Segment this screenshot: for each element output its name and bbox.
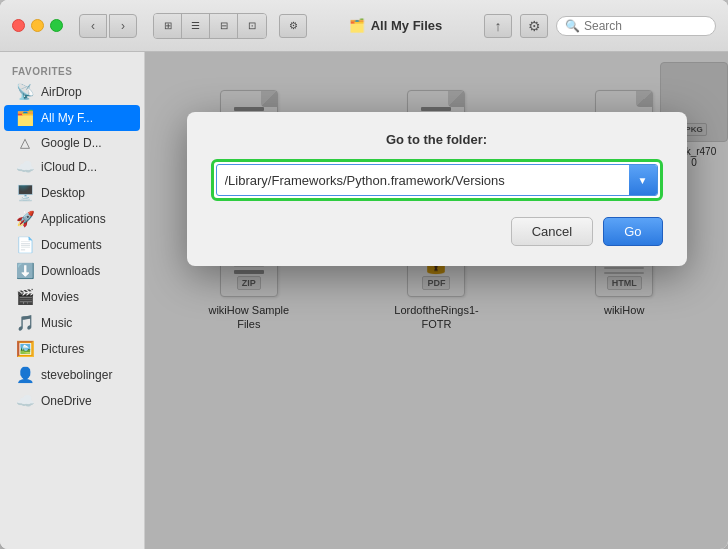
sidebar-item-label: Music	[41, 316, 72, 330]
dialog-title: Go to the folder:	[211, 132, 663, 147]
folder-input-wrap: ▼	[211, 159, 663, 201]
fullscreen-button[interactable]	[50, 19, 63, 32]
movies-icon: 🎬	[16, 288, 34, 306]
favorites-label: Favorites	[0, 62, 144, 79]
all-my-files-icon: 🗂️	[16, 109, 34, 127]
sidebar-item-label: Applications	[41, 212, 106, 226]
sidebar-item-label: All My F...	[41, 111, 93, 125]
sidebar-item-label: Desktop	[41, 186, 85, 200]
content-area: Favorites 📡 AirDrop 🗂️ All My F... △ Goo…	[0, 52, 728, 549]
sidebar-item-music[interactable]: 🎵 Music	[4, 310, 140, 336]
search-icon: 🔍	[565, 19, 580, 33]
desktop-icon: 🖥️	[16, 184, 34, 202]
view-toggle-group: ⊞ ☰ ⊟ ⊡	[153, 13, 267, 39]
sidebar-item-label: Downloads	[41, 264, 100, 278]
search-bar[interactable]: 🔍	[556, 16, 716, 36]
sidebar-item-label: Movies	[41, 290, 79, 304]
applications-icon: 🚀	[16, 210, 34, 228]
documents-icon: 📄	[16, 236, 34, 254]
share-button[interactable]: ↑	[484, 14, 512, 38]
forward-button[interactable]: ›	[109, 14, 137, 38]
sidebar-item-icloud[interactable]: ☁️ iCloud D...	[4, 154, 140, 180]
sidebar-item-label: OneDrive	[41, 394, 92, 408]
downloads-icon: ⬇️	[16, 262, 34, 280]
sidebar-item-stevebolinger[interactable]: 👤 stevebolinger	[4, 362, 140, 388]
sidebar-item-downloads[interactable]: ⬇️ Downloads	[4, 258, 140, 284]
icon-view-button[interactable]: ⊞	[154, 14, 182, 38]
window-title-area: 🗂️ All My Files	[315, 18, 476, 33]
sidebar-item-all-my-files[interactable]: 🗂️ All My F...	[4, 105, 140, 131]
go-button[interactable]: Go	[603, 217, 662, 246]
folder-path-input[interactable]	[217, 167, 629, 194]
sidebar-item-label: Google D...	[41, 136, 102, 150]
sidebar-item-onedrive[interactable]: ☁️ OneDrive	[4, 388, 140, 414]
title-icon: 🗂️	[349, 18, 365, 33]
list-view-button[interactable]: ☰	[182, 14, 210, 38]
icloud-icon: ☁️	[16, 158, 34, 176]
column-view-button[interactable]: ⊟	[210, 14, 238, 38]
dialog-overlay: Go to the folder: ▼ Cancel Go	[145, 52, 728, 549]
music-icon: 🎵	[16, 314, 34, 332]
folder-input-inner: ▼	[216, 164, 658, 196]
goto-folder-dialog: Go to the folder: ▼ Cancel Go	[187, 112, 687, 266]
gallery-view-button[interactable]: ⊡	[238, 14, 266, 38]
sidebar-item-label: Pictures	[41, 342, 84, 356]
airdrop-icon: 📡	[16, 83, 34, 101]
sidebar-item-pictures[interactable]: 🖼️ Pictures	[4, 336, 140, 362]
finder-window: ‹ › ⊞ ☰ ⊟ ⊡ ⚙ 🗂️ All My Files ↑ ⚙ 🔍 Favo…	[0, 0, 728, 549]
window-title: All My Files	[371, 18, 443, 33]
sidebar-item-label: Documents	[41, 238, 102, 252]
sidebar-item-label: stevebolinger	[41, 368, 112, 382]
file-area: ZIP imessage_debug	[145, 52, 728, 549]
dialog-buttons: Cancel Go	[211, 217, 663, 246]
user-icon: 👤	[16, 366, 34, 384]
arrange-button[interactable]: ⚙	[279, 14, 307, 38]
onedrive-icon: ☁️	[16, 392, 34, 410]
minimize-button[interactable]	[31, 19, 44, 32]
sidebar-item-documents[interactable]: 📄 Documents	[4, 232, 140, 258]
cancel-button[interactable]: Cancel	[511, 217, 593, 246]
traffic-lights	[12, 19, 63, 32]
back-button[interactable]: ‹	[79, 14, 107, 38]
chevron-down-icon: ▼	[638, 175, 648, 186]
nav-arrows: ‹ ›	[79, 14, 137, 38]
sidebar-item-google-drive[interactable]: △ Google D...	[4, 131, 140, 154]
sidebar-item-applications[interactable]: 🚀 Applications	[4, 206, 140, 232]
google-drive-icon: △	[16, 135, 34, 150]
pictures-icon: 🖼️	[16, 340, 34, 358]
close-button[interactable]	[12, 19, 25, 32]
sidebar-item-movies[interactable]: 🎬 Movies	[4, 284, 140, 310]
sidebar: Favorites 📡 AirDrop 🗂️ All My F... △ Goo…	[0, 52, 145, 549]
title-bar: ‹ › ⊞ ☰ ⊟ ⊡ ⚙ 🗂️ All My Files ↑ ⚙ 🔍	[0, 0, 728, 52]
folder-dropdown-button[interactable]: ▼	[629, 165, 657, 195]
action-button[interactable]: ⚙	[520, 14, 548, 38]
sidebar-item-label: iCloud D...	[41, 160, 97, 174]
sidebar-item-desktop[interactable]: 🖥️ Desktop	[4, 180, 140, 206]
sidebar-item-airdrop[interactable]: 📡 AirDrop	[4, 79, 140, 105]
search-input[interactable]	[584, 19, 707, 33]
sidebar-item-label: AirDrop	[41, 85, 82, 99]
